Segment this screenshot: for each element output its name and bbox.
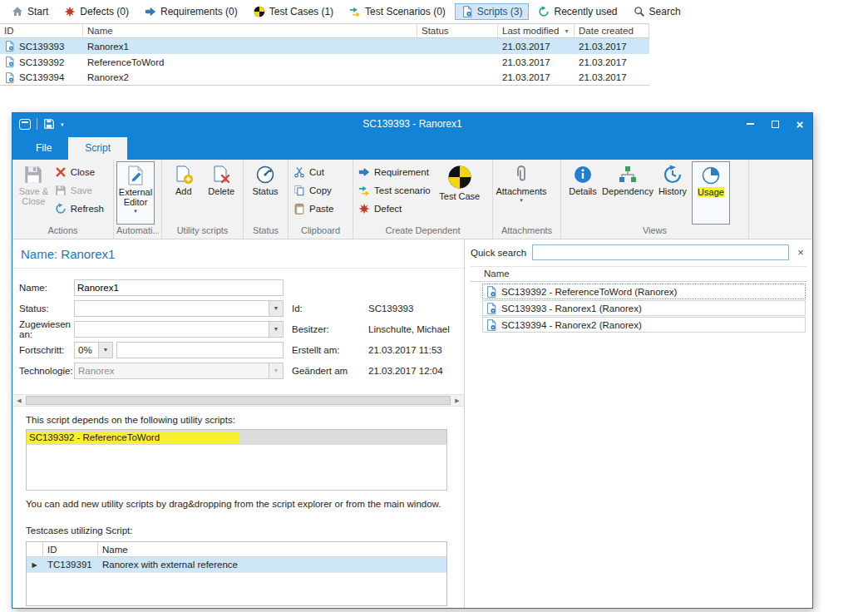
status-combo[interactable]: ▼ — [74, 300, 284, 317]
copy-button[interactable]: Copy — [291, 181, 340, 200]
button-label: Status — [252, 186, 278, 196]
table-row[interactable]: SC139394 Ranorex2 21.03.2017 21.03.2017 — [0, 70, 649, 86]
refresh-button[interactable]: Refresh — [52, 200, 111, 218]
panel-close-icon[interactable]: × — [795, 246, 806, 259]
create-defect-button[interactable]: Defect — [356, 200, 437, 218]
chevron-down-icon[interactable]: ▼ — [269, 301, 283, 316]
column-header-name[interactable]: Name — [83, 24, 417, 37]
dependency-icon — [618, 165, 638, 185]
testcases-label: Testcases utilizing Script: — [26, 526, 459, 536]
details-button[interactable]: Details — [564, 161, 602, 225]
scroll-left-icon[interactable]: ◀ — [12, 395, 26, 406]
usage-row[interactable]: SC139394 - Ranorex2 (Ranorex) — [482, 317, 806, 333]
add-icon — [174, 165, 194, 185]
qat-dropdown-icon[interactable]: ▾ — [61, 121, 64, 127]
save-close-button[interactable]: Save & Close — [15, 161, 52, 225]
column-header-last-modified[interactable]: Last modified▼ — [498, 24, 575, 37]
column-header-id[interactable]: ID — [0, 24, 83, 37]
usage-row[interactable]: SC139393 - Ranorex1 (Ranorex) — [482, 300, 806, 316]
delete-utility-script-button[interactable]: Delete — [203, 161, 241, 225]
button-label: Save — [71, 185, 92, 195]
group-label-utility-scripts: Utility scripts — [165, 225, 240, 239]
column-header-id[interactable]: ID — [43, 542, 98, 556]
dependency-button[interactable]: Dependency — [602, 161, 653, 225]
create-test-scenario-button[interactable]: Test scenario — [356, 181, 437, 200]
usage-row[interactable]: ▶ SC139392 - ReferenceToWord (Ranorex) — [482, 284, 806, 299]
create-test-case-button[interactable]: Test Case — [437, 161, 482, 225]
detail-form: Name: Status: ▼ Id: SC139393 Zugewiesen … — [12, 269, 464, 381]
minimize-button[interactable] — [737, 113, 762, 135]
usage-button[interactable]: Usage — [692, 161, 730, 225]
scrollbar-thumb[interactable] — [26, 396, 451, 405]
tab-label: Test Cases (1) — [269, 6, 333, 17]
progress-combo[interactable]: 0%▼ — [74, 342, 113, 358]
column-header-status[interactable]: Status — [417, 24, 498, 37]
button-label: History — [658, 186, 687, 196]
sort-desc-icon[interactable]: ▼ — [564, 28, 570, 34]
cut-button[interactable]: Cut — [291, 163, 340, 181]
button-label: Copy — [309, 185, 332, 195]
progress-input[interactable] — [116, 342, 284, 358]
attachments-button[interactable]: Attachments ▾ — [496, 161, 547, 225]
close-window-button[interactable]: × — [787, 113, 812, 135]
tab-scripts[interactable]: Scripts (3) — [455, 3, 530, 20]
group-label-automation: Automati... — [116, 225, 159, 239]
created-value: 21.03.2017 11:53 — [368, 345, 442, 355]
tab-script[interactable]: Script — [68, 137, 127, 160]
tab-recently-used[interactable]: Recently used — [531, 3, 624, 20]
dropdown-caret-icon[interactable]: ▾ — [134, 209, 137, 214]
expander-icon[interactable]: ▶ — [27, 557, 43, 572]
chevron-down-icon[interactable]: ▼ — [269, 322, 283, 337]
external-editor-button[interactable]: External Editor ▾ — [116, 161, 155, 225]
list-item[interactable]: SC139392 - ReferenceToWord — [27, 430, 446, 445]
assigned-combo[interactable]: ▼ — [74, 321, 284, 338]
quick-search-input[interactable] — [532, 244, 789, 260]
chevron-down-icon[interactable]: ▼ — [98, 343, 112, 358]
add-utility-script-button[interactable]: Add — [165, 161, 203, 225]
copy-icon — [293, 185, 305, 196]
modified-value: 21.03.2017 12:04 — [368, 366, 443, 376]
dropdown-caret-icon[interactable]: ▾ — [520, 198, 523, 203]
test-scenario-icon — [358, 185, 370, 196]
horizontal-scrollbar[interactable]: ◀ ▶ — [12, 394, 464, 407]
close-script-button[interactable]: Close — [52, 163, 111, 181]
tab-requirements[interactable]: Requirements (0) — [138, 3, 244, 20]
tab-search[interactable]: Search — [627, 3, 688, 20]
testcases-table: ID Name ▶ TC139391 Ranorex with external… — [26, 541, 447, 606]
tab-test-scenarios[interactable]: Test Scenarios (0) — [343, 3, 452, 20]
tab-test-cases[interactable]: Test Cases (1) — [247, 3, 340, 20]
cell-last-modified: 21.03.2017 — [498, 57, 575, 67]
history-button[interactable]: History — [653, 161, 692, 225]
status-button[interactable]: Status — [246, 161, 284, 225]
maximize-button[interactable] — [762, 113, 787, 135]
table-row[interactable]: SC139393 Ranorex1 21.03.2017 21.03.2017 — [0, 38, 649, 54]
scroll-right-icon[interactable]: ▶ — [451, 395, 464, 406]
app-icon[interactable] — [19, 119, 31, 130]
group-label-status: Status — [246, 225, 285, 239]
column-header-name[interactable]: Name — [98, 542, 446, 556]
name-input[interactable] — [74, 279, 284, 296]
quick-save-icon[interactable] — [43, 118, 55, 130]
paperclip-icon — [511, 165, 531, 185]
defect-icon — [64, 6, 76, 17]
cell-name: ReferenceToWord — [83, 57, 417, 67]
create-requirement-button[interactable]: Requirement — [356, 163, 437, 181]
id-value: SC139393 — [368, 304, 413, 313]
tab-file[interactable]: File — [19, 137, 68, 160]
titlebar[interactable]: ▾ SC139393 - Ranorex1 × — [12, 113, 812, 135]
scripts-table-header: ID Name Status Last modified▼ Date creat… — [0, 23, 649, 38]
tab-defects[interactable]: Defects (0) — [57, 3, 136, 20]
usage-column-header[interactable]: Name — [471, 266, 806, 282]
ribbon-group-automation: External Editor ▾ Automati... — [114, 160, 162, 239]
created-label: Erstellt am: — [292, 345, 368, 355]
tab-start[interactable]: Start — [5, 3, 55, 20]
technology-label: Technologie: — [19, 366, 74, 376]
column-header-date-created[interactable]: Date created — [575, 24, 649, 37]
save-button[interactable]: Save — [52, 181, 111, 200]
cell-last-modified: 21.03.2017 — [498, 72, 575, 82]
testcase-row[interactable]: ▶ TC139391 Ranorex with external referen… — [27, 557, 446, 573]
depends-text: This script depends on the following uti… — [26, 415, 459, 425]
utility-scripts-list[interactable]: SC139392 - ReferenceToWord — [26, 429, 447, 491]
paste-button[interactable]: Paste — [291, 200, 340, 218]
table-row[interactable]: SC139392 ReferenceToWord 21.03.2017 21.0… — [0, 54, 649, 70]
